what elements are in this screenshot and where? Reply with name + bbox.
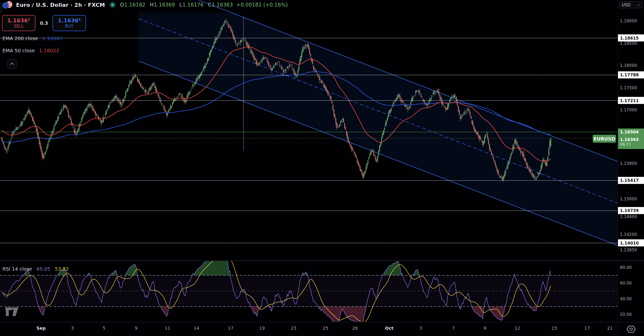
indicator-label: EMA 200 close	[2, 36, 38, 41]
price-level-chip: 1.14010	[618, 240, 644, 246]
rsi-legend-row[interactable]: RSI 14 close 65.05 53.22	[2, 266, 69, 272]
time-axis-label: 9	[135, 326, 137, 331]
ohlc-pair: C1.16363	[208, 2, 233, 8]
spread-value: 0.3	[36, 20, 52, 26]
price-axis[interactable]: USD 1.190001.186151.185001.180001.177881…	[618, 0, 644, 336]
indicator-label: EMA 50 close	[2, 48, 35, 54]
ohlc-pair: H1.16369	[150, 2, 175, 8]
ohlc-pair: L1.16176	[180, 2, 204, 8]
price-axis-label: 1.13850	[620, 248, 637, 252]
time-axis-label: 14	[194, 326, 199, 331]
sell-button[interactable]: 1.16363 SELL	[2, 15, 36, 31]
time-axis-month-label: Oct	[385, 326, 394, 331]
symbol-price-line-badge: EURUSD	[593, 135, 616, 143]
price-level-chip: 1.15417	[618, 177, 644, 184]
rsi-axis-label: 40.00	[620, 296, 632, 301]
bar-countdown: 06:11	[620, 142, 631, 146]
rsi-axis-label: 20.00	[620, 312, 632, 317]
collapse-legend-button[interactable]	[7, 59, 17, 68]
currency-label: USD	[622, 2, 630, 7]
rsi-label: RSI 14 close	[2, 266, 32, 272]
current-price-chip: 1.1636306:11	[618, 135, 644, 149]
price-axis-label: 1.18500	[620, 41, 637, 46]
hex-nut-settings-icon	[626, 325, 636, 334]
chevron-down-icon	[637, 4, 640, 6]
rsi-ma-value: 53.22	[55, 266, 68, 272]
time-axis-label: 3	[71, 326, 74, 331]
green-level-chip: 1.16504	[618, 128, 644, 136]
buy-button[interactable]: 1.16366 BUY	[52, 15, 86, 31]
price-level-chip: 1.17211	[618, 97, 644, 104]
time-axis-label: 5	[102, 326, 105, 331]
sell-price: 1.16363	[7, 18, 30, 24]
ohlc-pair: O1.16182	[120, 2, 146, 8]
trade-panel: 1.16363 SELL 0.3 1.16366 BUY	[2, 15, 86, 31]
rsi-value: 65.05	[36, 266, 50, 272]
time-axis-label: 25	[323, 326, 328, 331]
sell-label: SELL	[14, 24, 24, 28]
tradingview-chart-window: Euro / U.S. Dollar · 2h · FXCM O1.16182H…	[0, 0, 644, 336]
price-axis-label: 1.17000	[620, 108, 637, 112]
time-axis-label: 21	[607, 326, 613, 331]
price-axis-label: 1.18000	[620, 63, 637, 68]
symbol-flags-icon	[2, 1, 13, 9]
time-axis-label: 11	[165, 326, 170, 331]
time-axis-label: 19	[260, 326, 265, 331]
time-axis-label: 7	[452, 326, 454, 331]
collapsed-drawing-toolbar[interactable]	[0, 3, 2, 13]
price-axis-label: 1.17500	[620, 85, 637, 90]
currency-selector-button[interactable]: USD	[619, 2, 642, 8]
time-axis[interactable]: Sep35911141719232528Oct37912151721	[0, 322, 618, 336]
indicator-value: 1.16022	[39, 48, 59, 54]
price-axis-label: 1.14600	[620, 214, 637, 219]
time-axis-label: 3	[419, 326, 422, 331]
time-axis-label: 9	[484, 326, 486, 331]
symbol-title[interactable]: Euro / U.S. Dollar · 2h · FXCM	[16, 2, 105, 8]
tradingview-logo	[5, 305, 19, 318]
time-axis-label: 28	[352, 326, 358, 331]
time-axis-label: 17	[584, 326, 590, 331]
price-axis-label: 1.15800	[620, 161, 637, 166]
buy-price: 1.16366	[58, 18, 81, 24]
symbol-legend-row[interactable]: Euro / U.S. Dollar · 2h · FXCM O1.16182H…	[2, 1, 288, 9]
chevron-up-icon	[10, 62, 14, 65]
axis-settings-corner[interactable]	[618, 322, 644, 336]
price-level-chip: 1.17788	[618, 71, 644, 78]
market-status-dot-icon	[111, 3, 114, 6]
indicator-legend-row[interactable]: EMA 50 close1.16022	[2, 48, 59, 54]
indicator-value: 1.16643	[42, 36, 62, 41]
chart-canvas[interactable]	[0, 0, 644, 336]
price-axis-label: 1.19000	[620, 18, 637, 23]
eu-flag-icon	[2, 2, 9, 9]
time-axis-label: 17	[228, 326, 234, 331]
price-axis-label: 1.15000	[620, 196, 637, 201]
time-axis-label: 15	[552, 326, 557, 331]
price-change: +0.00181 (+0.16%)	[236, 2, 288, 8]
buy-label: BUY	[65, 24, 74, 28]
ohlc-values: O1.16182H1.16369L1.16176C1.16363	[120, 2, 233, 8]
time-axis-label: 12	[515, 326, 520, 331]
time-axis-month-label: Sep	[36, 326, 46, 331]
rsi-axis-label: 80.00	[620, 265, 632, 270]
rsi-axis-label: 60.00	[620, 280, 632, 286]
price-level-chip: 1.14739	[618, 207, 644, 214]
time-axis-label: 23	[291, 326, 296, 331]
indicator-legend-row[interactable]: EMA 200 close1.16643	[2, 36, 62, 41]
price-axis-label: 1.14200	[620, 232, 637, 237]
